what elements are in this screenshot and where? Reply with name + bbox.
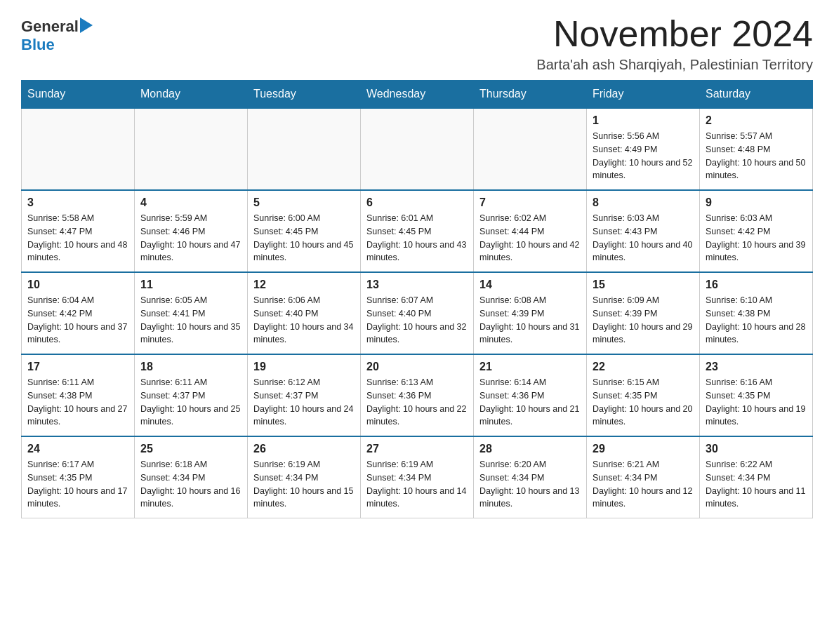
calendar-cell: 20Sunrise: 6:13 AMSunset: 4:36 PMDayligh… — [361, 354, 474, 436]
logo-arrow-icon — [80, 18, 93, 33]
day-number: 5 — [253, 196, 355, 209]
calendar-header-row: SundayMondayTuesdayWednesdayThursdayFrid… — [22, 81, 813, 109]
day-number: 27 — [366, 443, 468, 455]
day-info: Sunrise: 6:19 AMSunset: 4:34 PMDaylight:… — [366, 458, 468, 511]
calendar-cell: 17Sunrise: 6:11 AMSunset: 4:38 PMDayligh… — [22, 354, 135, 436]
day-info: Sunrise: 6:16 AMSunset: 4:35 PMDaylight:… — [706, 376, 807, 429]
calendar-cell: 6Sunrise: 6:01 AMSunset: 4:45 PMDaylight… — [361, 190, 474, 272]
day-number: 29 — [593, 443, 694, 455]
calendar-cell: 28Sunrise: 6:20 AMSunset: 4:34 PMDayligh… — [474, 436, 587, 518]
day-info: Sunrise: 6:09 AMSunset: 4:39 PMDaylight:… — [593, 294, 694, 347]
calendar-cell — [248, 108, 361, 190]
calendar-week-4: 17Sunrise: 6:11 AMSunset: 4:38 PMDayligh… — [22, 354, 813, 436]
day-number: 17 — [27, 361, 128, 373]
day-number: 7 — [479, 196, 581, 209]
calendar-cell: 9Sunrise: 6:03 AMSunset: 4:42 PMDaylight… — [700, 190, 813, 272]
day-info: Sunrise: 6:10 AMSunset: 4:38 PMDaylight:… — [706, 294, 807, 347]
day-info: Sunrise: 6:20 AMSunset: 4:34 PMDaylight:… — [479, 458, 581, 511]
calendar-cell: 12Sunrise: 6:06 AMSunset: 4:40 PMDayligh… — [248, 272, 361, 354]
day-number: 1 — [593, 114, 694, 127]
day-info: Sunrise: 6:01 AMSunset: 4:45 PMDaylight:… — [366, 212, 468, 264]
day-info: Sunrise: 6:03 AMSunset: 4:42 PMDaylight:… — [706, 212, 807, 264]
day-info: Sunrise: 6:03 AMSunset: 4:43 PMDaylight:… — [593, 212, 694, 264]
weekday-header-monday: Monday — [135, 81, 248, 109]
weekday-header-wednesday: Wednesday — [361, 81, 474, 109]
day-number: 30 — [706, 443, 807, 455]
day-number: 26 — [253, 443, 355, 455]
calendar-cell: 25Sunrise: 6:18 AMSunset: 4:34 PMDayligh… — [135, 436, 248, 518]
day-number: 25 — [140, 443, 241, 455]
calendar-cell: 3Sunrise: 5:58 AMSunset: 4:47 PMDaylight… — [22, 190, 135, 272]
calendar-cell — [474, 108, 587, 190]
weekday-header-friday: Friday — [587, 81, 700, 109]
day-info: Sunrise: 6:15 AMSunset: 4:35 PMDaylight:… — [593, 376, 694, 429]
calendar-cell — [135, 108, 248, 190]
day-number: 10 — [27, 279, 128, 291]
day-info: Sunrise: 5:58 AMSunset: 4:47 PMDaylight:… — [27, 212, 128, 264]
weekday-header-tuesday: Tuesday — [248, 81, 361, 109]
day-info: Sunrise: 6:02 AMSunset: 4:44 PMDaylight:… — [479, 212, 581, 264]
day-number: 23 — [706, 361, 807, 373]
weekday-header-thursday: Thursday — [474, 81, 587, 109]
calendar-week-2: 3Sunrise: 5:58 AMSunset: 4:47 PMDaylight… — [22, 190, 813, 272]
logo-general-text: General — [21, 18, 79, 36]
calendar-cell: 30Sunrise: 6:22 AMSunset: 4:34 PMDayligh… — [700, 436, 813, 518]
day-number: 16 — [706, 279, 807, 291]
calendar-week-5: 24Sunrise: 6:17 AMSunset: 4:35 PMDayligh… — [22, 436, 813, 518]
day-number: 15 — [593, 279, 694, 291]
day-info: Sunrise: 6:04 AMSunset: 4:42 PMDaylight:… — [27, 294, 128, 347]
location-subtitle: Barta'ah ash Sharqiyah, Palestinian Terr… — [536, 57, 813, 73]
day-info: Sunrise: 6:11 AMSunset: 4:37 PMDaylight:… — [140, 376, 241, 429]
calendar-cell: 16Sunrise: 6:10 AMSunset: 4:38 PMDayligh… — [700, 272, 813, 354]
day-number: 4 — [140, 196, 241, 209]
day-info: Sunrise: 6:05 AMSunset: 4:41 PMDaylight:… — [140, 294, 241, 347]
calendar-cell: 11Sunrise: 6:05 AMSunset: 4:41 PMDayligh… — [135, 272, 248, 354]
day-info: Sunrise: 6:22 AMSunset: 4:34 PMDaylight:… — [706, 458, 807, 511]
logo: General Blue — [21, 14, 93, 54]
calendar-cell: 8Sunrise: 6:03 AMSunset: 4:43 PMDaylight… — [587, 190, 700, 272]
calendar-cell: 18Sunrise: 6:11 AMSunset: 4:37 PMDayligh… — [135, 354, 248, 436]
calendar-cell: 14Sunrise: 6:08 AMSunset: 4:39 PMDayligh… — [474, 272, 587, 354]
calendar-cell: 1Sunrise: 5:56 AMSunset: 4:49 PMDaylight… — [587, 108, 700, 190]
day-number: 14 — [479, 279, 581, 291]
calendar-cell: 19Sunrise: 6:12 AMSunset: 4:37 PMDayligh… — [248, 354, 361, 436]
day-number: 8 — [593, 196, 694, 209]
day-number: 28 — [479, 443, 581, 455]
calendar-cell: 22Sunrise: 6:15 AMSunset: 4:35 PMDayligh… — [587, 354, 700, 436]
weekday-header-sunday: Sunday — [22, 81, 135, 109]
day-number: 24 — [27, 443, 128, 455]
calendar-cell: 26Sunrise: 6:19 AMSunset: 4:34 PMDayligh… — [248, 436, 361, 518]
calendar-cell: 13Sunrise: 6:07 AMSunset: 4:40 PMDayligh… — [361, 272, 474, 354]
day-number: 6 — [366, 196, 468, 209]
day-info: Sunrise: 6:11 AMSunset: 4:38 PMDaylight:… — [27, 376, 128, 429]
calendar-cell: 27Sunrise: 6:19 AMSunset: 4:34 PMDayligh… — [361, 436, 474, 518]
day-number: 11 — [140, 279, 241, 291]
day-number: 12 — [253, 279, 355, 291]
day-info: Sunrise: 6:13 AMSunset: 4:36 PMDaylight:… — [366, 376, 468, 429]
calendar-week-3: 10Sunrise: 6:04 AMSunset: 4:42 PMDayligh… — [22, 272, 813, 354]
day-number: 19 — [253, 361, 355, 373]
calendar-cell — [361, 108, 474, 190]
calendar-cell: 23Sunrise: 6:16 AMSunset: 4:35 PMDayligh… — [700, 354, 813, 436]
day-info: Sunrise: 6:08 AMSunset: 4:39 PMDaylight:… — [479, 294, 581, 347]
page-header: General Blue November 2024 Barta'ah ash … — [21, 14, 813, 73]
day-number: 13 — [366, 279, 468, 291]
day-number: 21 — [479, 361, 581, 373]
day-number: 2 — [706, 114, 807, 127]
calendar-cell: 29Sunrise: 6:21 AMSunset: 4:34 PMDayligh… — [587, 436, 700, 518]
day-number: 18 — [140, 361, 241, 373]
logo-blue-text: Blue — [21, 36, 55, 54]
day-info: Sunrise: 6:17 AMSunset: 4:35 PMDaylight:… — [27, 458, 128, 511]
calendar-cell: 7Sunrise: 6:02 AMSunset: 4:44 PMDaylight… — [474, 190, 587, 272]
day-info: Sunrise: 6:18 AMSunset: 4:34 PMDaylight:… — [140, 458, 241, 511]
day-info: Sunrise: 6:12 AMSunset: 4:37 PMDaylight:… — [253, 376, 355, 429]
day-info: Sunrise: 6:21 AMSunset: 4:34 PMDaylight:… — [593, 458, 694, 511]
day-number: 22 — [593, 361, 694, 373]
day-number: 20 — [366, 361, 468, 373]
weekday-header-saturday: Saturday — [700, 81, 813, 109]
day-info: Sunrise: 6:06 AMSunset: 4:40 PMDaylight:… — [253, 294, 355, 347]
calendar-cell: 10Sunrise: 6:04 AMSunset: 4:42 PMDayligh… — [22, 272, 135, 354]
day-info: Sunrise: 6:00 AMSunset: 4:45 PMDaylight:… — [253, 212, 355, 264]
title-block: November 2024 Barta'ah ash Sharqiyah, Pa… — [536, 14, 813, 73]
calendar-week-1: 1Sunrise: 5:56 AMSunset: 4:49 PMDaylight… — [22, 108, 813, 190]
